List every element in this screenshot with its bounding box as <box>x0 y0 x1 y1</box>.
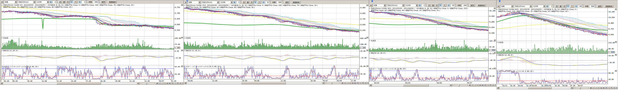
section-collapse-button[interactable]: ▼ <box>494 67 496 69</box>
chart-tool-button-0[interactable]: ◀ <box>468 84 471 86</box>
window-menu-button[interactable]: ▼ <box>497 5 500 8</box>
collapse-corner-icon[interactable]: ◤ <box>497 71 498 72</box>
section-collapse-button[interactable]: ▼ <box>181 37 183 38</box>
apply-button[interactable]: 適用 <box>284 1 290 4</box>
instrument-select[interactable]: 日経225mini▼ <box>18 1 36 3</box>
section-collapse-button[interactable]: ▼ <box>366 65 368 67</box>
contract-select[interactable]: 12/06▼ <box>532 5 546 8</box>
period-button-日[interactable]: 日 <box>555 5 558 8</box>
collapse-corner-icon[interactable]: ◤ <box>2 50 3 51</box>
chart-tool-button-1[interactable]: + <box>344 82 346 84</box>
collapse-corner-icon[interactable]: ◤ <box>2 37 3 39</box>
collapse-corner-icon[interactable]: ◤ <box>184 50 185 51</box>
collapse-corner-icon[interactable]: ◤ <box>370 40 370 41</box>
chart-tool-button-8[interactable]: B <box>610 87 612 89</box>
category-select[interactable]: 先物▼ <box>4 1 17 3</box>
zoom-slider[interactable] <box>141 83 155 84</box>
multi-symbol-button[interactable]: 複数銘柄 <box>604 5 613 8</box>
scroll-right-button[interactable]: ▶ <box>322 82 325 84</box>
bars-input[interactable]: 500◢ <box>93 1 100 3</box>
collapse-corner-icon[interactable]: ◤ <box>497 55 498 56</box>
chart-tool-button-9[interactable]: ⊕ <box>364 82 367 84</box>
period-button-分[interactable]: 分 <box>70 1 73 3</box>
period-button-T[interactable]: T <box>443 4 446 7</box>
chart-tool-button-8[interactable]: B <box>489 84 492 86</box>
period-button-週[interactable]: 週 <box>246 1 250 4</box>
chart-tool-button-6[interactable]: D <box>605 87 608 89</box>
period-button-月[interactable]: 月 <box>435 4 438 7</box>
chart-tool-button-6[interactable]: D <box>356 82 359 84</box>
section-collapse-button[interactable]: ▼ <box>614 8 617 10</box>
scroll-right-button[interactable]: ▶ <box>571 87 573 89</box>
chevron-down-icon[interactable]: ▼ <box>15 1 17 3</box>
section-collapse-button[interactable]: ▼ <box>181 65 183 67</box>
instrument-select[interactable]: 日経225mini▼ <box>201 1 219 4</box>
bars-input[interactable]: 500◢ <box>589 5 596 8</box>
zoom-slider-thumb[interactable] <box>579 87 581 89</box>
period-button-分[interactable]: 分 <box>254 1 257 4</box>
spinner-icon[interactable]: ◢ <box>56 1 58 3</box>
chart-tool-button-9[interactable]: ⊕ <box>179 82 182 84</box>
scrollbar-thumb[interactable] <box>241 82 286 84</box>
chart-tool-button-4[interactable]: ▪ <box>479 84 481 86</box>
ashi-count-input[interactable]: 1◢ <box>549 5 554 8</box>
scroll-left-button[interactable]: ◀ <box>184 82 186 84</box>
scrollbar-track[interactable] <box>186 82 322 84</box>
period-button-週[interactable]: 週 <box>62 1 66 3</box>
chart-tool-button-0[interactable]: ◀ <box>156 82 158 84</box>
spinner-icon[interactable]: ◢ <box>240 1 242 4</box>
zoom-slider[interactable] <box>326 82 340 83</box>
scroll-right-button[interactable]: ▶ <box>450 84 452 86</box>
chevron-down-icon[interactable]: ▼ <box>416 4 418 7</box>
section-collapse-button[interactable]: ▼ <box>366 37 368 38</box>
chart-canvas[interactable] <box>369 7 488 81</box>
period-button-週[interactable]: 週 <box>431 4 435 7</box>
chevron-down-icon[interactable]: ▼ <box>511 5 513 8</box>
window-grip[interactable] <box>499 0 500 2</box>
contract-select[interactable]: 12/06▼ <box>36 1 49 3</box>
period-button-月[interactable]: 月 <box>562 5 566 8</box>
ashi-count-input[interactable]: 1◢ <box>236 1 242 4</box>
chart-tool-button-6[interactable]: D <box>171 82 174 84</box>
collapse-corner-icon[interactable]: ◤ <box>497 42 498 43</box>
zoom-slider-thumb[interactable] <box>146 82 147 84</box>
minute-input[interactable]: 5◢ <box>82 1 88 3</box>
chart-tool-button-8[interactable]: B <box>176 82 179 84</box>
window-menu-button[interactable]: ▼ <box>370 4 372 7</box>
period-button-T[interactable]: T <box>258 1 261 4</box>
section-collapse-button[interactable]: ▼ <box>614 70 617 72</box>
collapse-corner-icon[interactable]: ◤ <box>2 66 3 67</box>
chart-canvas[interactable] <box>184 4 359 79</box>
chart-tool-button-4[interactable]: ▪ <box>351 82 354 84</box>
bars-input[interactable]: 500◢ <box>276 1 284 4</box>
ashi-count-input[interactable]: 1◢ <box>422 4 427 7</box>
apply-button[interactable]: 適用 <box>470 4 475 7</box>
spinner-icon[interactable]: ◢ <box>269 1 271 4</box>
period-button-日[interactable]: 日 <box>58 1 62 3</box>
zoom-slider-thumb[interactable] <box>331 82 332 84</box>
chevron-down-icon[interactable]: ▼ <box>543 5 545 8</box>
section-collapse-button[interactable]: ▼ <box>494 52 496 54</box>
section-collapse-button[interactable]: ▼ <box>494 39 496 41</box>
chevron-down-icon[interactable]: ▼ <box>384 4 386 7</box>
period-button-分[interactable]: 分 <box>439 4 442 7</box>
chart-tool-button-8[interactable]: B <box>362 82 364 84</box>
chart-tool-button-2[interactable]: − <box>474 84 476 86</box>
collapse-corner-icon[interactable]: ◤ <box>184 5 186 6</box>
chart-tool-button-6[interactable]: D <box>484 84 486 86</box>
category-select[interactable]: 先物▼ <box>373 4 386 7</box>
period-button-月[interactable]: 月 <box>250 1 253 4</box>
category-select[interactable]: 先物▼ <box>188 1 201 4</box>
instrument-select[interactable]: 日経225mini▼ <box>514 5 532 8</box>
section-collapse-button[interactable]: ▼ <box>181 49 183 51</box>
scroll-left-button[interactable]: ◀ <box>0 82 3 84</box>
apply-button[interactable]: 適用 <box>597 5 602 8</box>
zoom-slider[interactable] <box>575 87 588 88</box>
scrollbar-thumb[interactable] <box>403 84 429 86</box>
chart-tool-button-2[interactable]: − <box>346 82 348 84</box>
chart-tool-button-5[interactable]: ▶ <box>354 82 356 84</box>
chevron-down-icon[interactable]: ▼ <box>33 1 35 3</box>
window-menu-button[interactable]: ▼ <box>184 1 187 4</box>
scrollbar-track[interactable] <box>499 87 571 89</box>
collapse-corner-icon[interactable]: ◤ <box>2 5 3 6</box>
